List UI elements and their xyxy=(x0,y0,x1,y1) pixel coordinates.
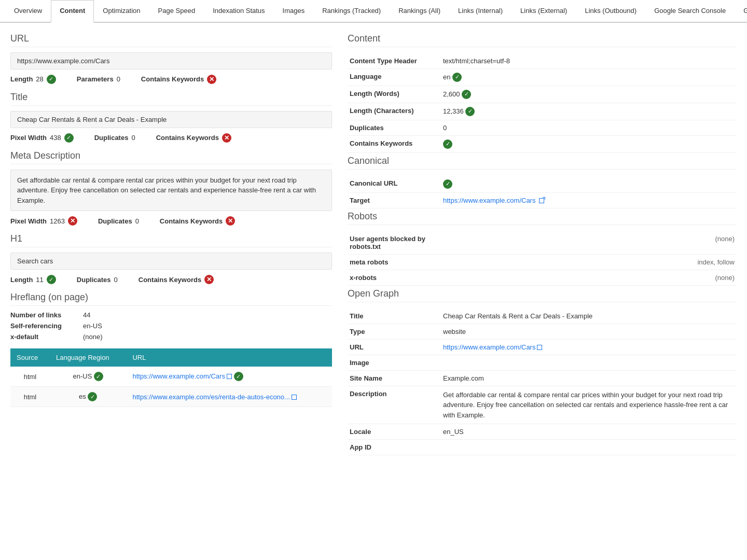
hreflang-table: Source Language Region URL htmlen-US ✓ht… xyxy=(10,348,332,407)
hreflang-source: html xyxy=(10,367,50,387)
hreflang-url-link[interactable]: https://www.example.com/Cars xyxy=(132,372,225,380)
url-title: URL xyxy=(10,33,332,47)
content-row-label: Length (Words) xyxy=(348,86,441,103)
nav-tab-content[interactable]: Content xyxy=(51,0,94,23)
lang-check-icon: ✓ xyxy=(88,392,97,401)
canonical-external-icon xyxy=(539,198,544,203)
hreflang-url: https://www.example.com/Cars ✓ xyxy=(126,367,332,387)
canonical-target-value: https://www.example.com/Cars xyxy=(441,192,737,208)
title-keywords-error-icon: ✕ xyxy=(222,133,231,143)
nav-tab-google-analytics[interactable]: Google Analytics xyxy=(735,0,747,22)
meta-metrics: Pixel Width 1263 ✕ Duplicates 0 Contains… xyxy=(10,216,332,226)
og-row-label: Image xyxy=(348,355,441,370)
content-row-label: Language xyxy=(348,68,441,86)
og-row-label: App ID xyxy=(348,440,441,455)
h1-keywords-error-icon: ✕ xyxy=(204,275,214,284)
hreflang-numlinks: Number of links 44 xyxy=(10,311,332,319)
nav-tab-links-internal[interactable]: Links (Internal) xyxy=(449,0,511,22)
og-row-value: Get affordable car rental & compare rent… xyxy=(441,386,737,424)
hreflang-url-link[interactable]: https://www.example.com/es/renta-de-auto… xyxy=(132,393,289,401)
external-icon xyxy=(227,374,232,379)
content-row-value: text/html;charset=utf-8 xyxy=(441,53,737,69)
url-check-icon: ✓ xyxy=(234,372,243,381)
content-row-value: 2,600 ✓ xyxy=(441,86,737,103)
hreflang-info: Number of links 44 Self-referencing en-U… xyxy=(10,311,332,341)
nav-tab-optimization[interactable]: Optimization xyxy=(94,0,149,22)
robots-row-label: x-robots xyxy=(348,270,441,285)
url-metrics: Length 28 ✓ Parameters 0 Contains Keywor… xyxy=(10,75,332,84)
h1-title: H1 xyxy=(10,233,332,247)
robots-row-value: (none) xyxy=(441,231,737,255)
canonical-url-label: Canonical URL xyxy=(348,176,441,193)
h1-length-metric: Length 11 ✓ xyxy=(10,275,56,284)
robots-table: User agents blocked by robots.txt(none)m… xyxy=(348,231,737,286)
canonical-target-link[interactable]: https://www.example.com/Cars xyxy=(443,197,535,204)
h1-duplicates-metric: Duplicates 0 xyxy=(77,276,118,284)
meta-text: Get affordable car rental & compare rent… xyxy=(10,170,332,212)
url-params-metric: Parameters 0 xyxy=(77,75,120,83)
robots-title: Robots xyxy=(348,211,737,225)
meta-duplicates-metric: Duplicates 0 xyxy=(98,217,139,225)
content-row: Languageen ✓ xyxy=(348,68,737,86)
canonical-url-row: Canonical URL ✓ xyxy=(348,176,737,193)
content-row-label: Length (Characters) xyxy=(348,103,441,120)
hreflang-source: html xyxy=(10,387,50,407)
og-row: Typewebsite xyxy=(348,324,737,339)
og-row-label: Description xyxy=(348,386,441,424)
title-metrics: Pixel Width 438 ✓ Duplicates 0 Contains … xyxy=(10,133,332,143)
content-row-label: Contains Keywords xyxy=(348,135,441,152)
title-pixelwidth-metric: Pixel Width 438 ✓ xyxy=(10,133,74,143)
meta-keywords-error-icon: ✕ xyxy=(226,216,235,226)
og-row-value: Cheap Car Rentals & Rent a Car Deals - E… xyxy=(441,309,737,324)
og-row: Localeen_US xyxy=(348,424,737,440)
hreflang-url: https://www.example.com/es/renta-de-auto… xyxy=(126,387,332,407)
h1-metrics: Length 11 ✓ Duplicates 0 Contains Keywor… xyxy=(10,275,332,284)
nav-tab-page-speed[interactable]: Page Speed xyxy=(149,0,204,22)
left-panel: URL https://www.example.com/Cars Length … xyxy=(10,33,332,458)
og-row-label: Title xyxy=(348,309,441,324)
content-row-value: en ✓ xyxy=(441,68,737,86)
og-row: Image xyxy=(348,355,737,370)
hreflang-lang: en-US ✓ xyxy=(50,367,127,387)
check-icon: ✓ xyxy=(465,107,475,116)
h1-length-check-icon: ✓ xyxy=(47,275,56,284)
canonical-url-check-icon: ✓ xyxy=(443,179,452,189)
content-section-title: Content xyxy=(348,33,737,47)
hreflang-col-source: Source xyxy=(10,348,50,367)
title-section-title: Title xyxy=(10,92,332,106)
content-row: Length (Characters)12,336 ✓ xyxy=(348,103,737,120)
og-row-label: Locale xyxy=(348,424,441,440)
nav-tab-links-external[interactable]: Links (External) xyxy=(511,0,576,22)
title-pixelwidth-check-icon: ✓ xyxy=(64,133,74,143)
nav-tab-rankings-all[interactable]: Rankings (All) xyxy=(390,0,449,22)
og-row: TitleCheap Car Rentals & Rent a Car Deal… xyxy=(348,309,737,324)
og-link[interactable]: https://www.example.com/Cars xyxy=(443,343,535,351)
meta-pixelwidth-metric: Pixel Width 1263 ✕ xyxy=(10,216,77,226)
external-icon xyxy=(292,395,297,400)
h1-value: Search cars xyxy=(10,253,332,270)
content-row-value: 12,336 ✓ xyxy=(441,103,737,120)
nav-tab-overview[interactable]: Overview xyxy=(5,0,51,22)
og-section: Open Graph TitleCheap Car Rentals & Rent… xyxy=(348,288,737,456)
content-row: Contains Keywords✓ xyxy=(348,135,737,152)
url-length-check-icon: ✓ xyxy=(47,75,56,84)
nav-tab-links-outbound[interactable]: Links (Outbound) xyxy=(576,0,645,22)
nav-tab-google-search-console[interactable]: Google Search Console xyxy=(645,0,735,22)
robots-row-value: index, follow xyxy=(441,254,737,270)
right-panel: Content Content Type Headertext/html;cha… xyxy=(348,33,737,458)
check-icon: ✓ xyxy=(443,139,452,149)
url-keywords-metric: Contains Keywords ✕ xyxy=(141,75,216,84)
og-row-value: https://www.example.com/Cars xyxy=(441,339,737,355)
og-row-label: Type xyxy=(348,324,441,339)
og-row: Site NameExample.com xyxy=(348,370,737,386)
canonical-target-row: Target https://www.example.com/Cars xyxy=(348,192,737,208)
title-keywords-metric: Contains Keywords ✕ xyxy=(156,133,231,143)
meta-keywords-metric: Contains Keywords ✕ xyxy=(160,216,235,226)
nav-tab-rankings-tracked[interactable]: Rankings (Tracked) xyxy=(313,0,390,22)
robots-row-value: (none) xyxy=(441,270,737,285)
nav-tab-images[interactable]: Images xyxy=(274,0,314,22)
meta-title: Meta Description xyxy=(10,150,332,164)
og-row-value: Example.com xyxy=(441,370,737,386)
hreflang-xdefault: x-default (none) xyxy=(10,333,332,341)
nav-tab-indexation-status[interactable]: Indexation Status xyxy=(204,0,273,22)
